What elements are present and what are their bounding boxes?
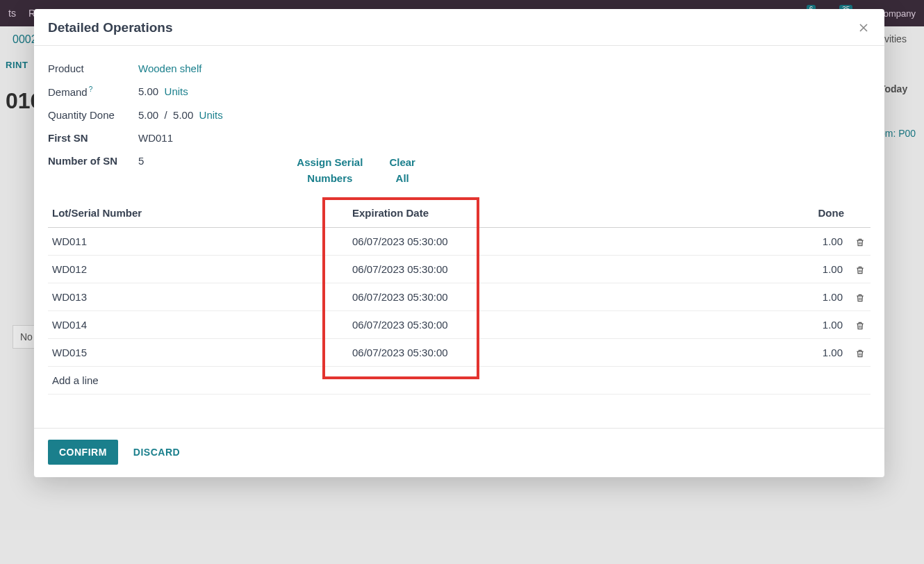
col-header-expiration[interactable]: Expiration Date: [326, 199, 794, 228]
col-header-serial[interactable]: Lot/Serial Number: [48, 199, 326, 228]
demand-label: Demand?: [48, 85, 138, 98]
modal-body: Product Wooden shelf Demand? 5.00 Units …: [34, 46, 884, 400]
modal-footer: CONFIRM DISCARD: [34, 428, 884, 477]
expiration-cell[interactable]: 06/07/2023 05:30:00: [326, 228, 794, 256]
discard-button[interactable]: DISCARD: [125, 440, 188, 465]
help-icon[interactable]: ?: [89, 85, 93, 93]
demand-value: 5.00 Units: [138, 85, 188, 97]
product-label: Product: [48, 63, 138, 74]
assign-serial-numbers-button[interactable]: Assign SerialNumbers: [297, 155, 363, 186]
trash-icon: [855, 265, 865, 275]
num-sn-value[interactable]: 5: [138, 155, 144, 167]
qty-done-label: Quantity Done: [48, 109, 138, 121]
trash-icon: [855, 321, 865, 331]
delete-row-button[interactable]: [850, 311, 871, 339]
num-sn-label: Number of SN: [48, 155, 138, 167]
clear-all-button[interactable]: ClearAll: [389, 155, 415, 186]
first-sn-value[interactable]: WD011: [138, 132, 173, 144]
table-row[interactable]: WD01106/07/2023 05:30:001.00: [48, 228, 871, 256]
done-cell[interactable]: 1.00: [794, 283, 850, 311]
delete-row-button[interactable]: [850, 283, 871, 311]
detailed-operations-modal: Detailed Operations Product Wooden shelf…: [34, 9, 884, 477]
serial-cell[interactable]: WD013: [48, 283, 326, 311]
add-line-button[interactable]: Add a line: [48, 367, 871, 395]
qty-units[interactable]: Units: [199, 109, 223, 121]
col-header-done[interactable]: Done: [794, 199, 850, 228]
delete-row-button[interactable]: [850, 339, 871, 367]
done-cell[interactable]: 1.00: [794, 311, 850, 339]
serial-cell[interactable]: WD012: [48, 256, 326, 283]
product-value[interactable]: Wooden shelf: [138, 63, 201, 74]
expiration-cell[interactable]: 06/07/2023 05:30:00: [326, 256, 794, 283]
trash-icon: [855, 349, 865, 358]
serial-cell[interactable]: WD011: [48, 228, 326, 256]
done-cell[interactable]: 1.00: [794, 228, 850, 256]
expiration-cell[interactable]: 06/07/2023 05:30:00: [326, 311, 794, 339]
serial-cell[interactable]: WD014: [48, 311, 326, 339]
first-sn-label: First SN: [48, 132, 138, 144]
delete-row-button[interactable]: [850, 228, 871, 256]
close-icon: [857, 21, 871, 35]
modal-title: Detailed Operations: [48, 20, 173, 35]
done-cell[interactable]: 1.00: [794, 339, 850, 367]
serial-numbers-table: Lot/Serial Number Expiration Date Done W…: [48, 199, 871, 395]
confirm-button[interactable]: CONFIRM: [48, 440, 118, 465]
expiration-cell[interactable]: 06/07/2023 05:30:00: [326, 283, 794, 311]
demand-units[interactable]: Units: [165, 85, 188, 97]
done-cell[interactable]: 1.00: [794, 256, 850, 283]
close-button[interactable]: [857, 21, 871, 35]
delete-row-button[interactable]: [850, 256, 871, 283]
trash-icon: [855, 238, 865, 247]
trash-icon: [855, 293, 865, 303]
table-row[interactable]: WD01306/07/2023 05:30:001.00: [48, 283, 871, 311]
table-row[interactable]: WD01406/07/2023 05:30:001.00: [48, 311, 871, 339]
serial-cell[interactable]: WD015: [48, 339, 326, 367]
qty-done-value: 5.00 / 5.00 Units: [138, 109, 223, 121]
modal-header: Detailed Operations: [34, 9, 884, 46]
table-row[interactable]: WD01206/07/2023 05:30:001.00: [48, 256, 871, 283]
expiration-cell[interactable]: 06/07/2023 05:30:00: [326, 339, 794, 367]
table-row[interactable]: WD01506/07/2023 05:30:001.00: [48, 339, 871, 367]
